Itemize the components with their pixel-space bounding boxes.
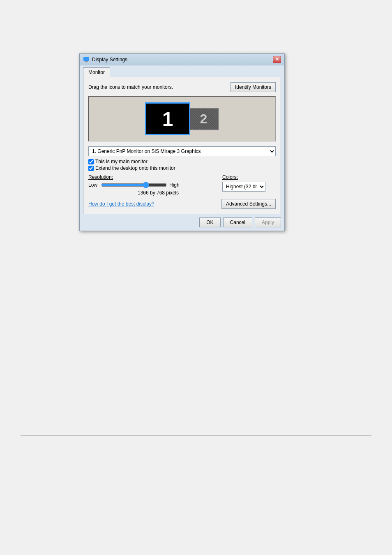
- monitor-2[interactable]: 2: [188, 108, 219, 130]
- title-bar: Display Settings ✕: [80, 54, 284, 65]
- settings-row: Resolution: Low High 1366 by 768 pixels …: [88, 174, 276, 196]
- help-link[interactable]: How do I get the best display?: [88, 201, 154, 207]
- colors-label: Colors:: [222, 174, 276, 180]
- monitor-dropdown-row: 1. Generic PnP Monitor on SiS Mirage 3 G…: [88, 146, 276, 156]
- monitor-1-number: 1: [162, 108, 173, 130]
- cancel-button[interactable]: Cancel: [223, 217, 252, 227]
- slider-row: Low High: [88, 182, 216, 188]
- horizontal-divider: [21, 435, 371, 436]
- identify-row: Drag the icons to match your monitors. I…: [88, 82, 276, 92]
- high-label: High: [169, 182, 180, 188]
- tab-monitor[interactable]: Monitor: [83, 67, 110, 77]
- display-settings-dialog: Display Settings ✕ Monitor Drag the icon…: [79, 53, 285, 231]
- tab-bar: Monitor: [80, 65, 284, 77]
- monitor-1[interactable]: 1: [145, 102, 190, 135]
- advanced-settings-button[interactable]: Advanced Settings...: [221, 199, 276, 209]
- apply-button[interactable]: Apply: [255, 217, 281, 227]
- monitor-select[interactable]: 1. Generic PnP Monitor on SiS Mirage 3 G…: [88, 146, 276, 156]
- colors-select-row: Highest (32 bit)True Color (32 bit)High …: [222, 182, 276, 192]
- dialog-title: Display Settings: [92, 57, 127, 62]
- main-monitor-label: This is my main monitor: [95, 159, 148, 164]
- colors-label-text: Colors:: [222, 174, 238, 180]
- extend-desktop-checkbox-row: Extend the desktop onto this monitor: [88, 165, 276, 171]
- svg-rect-1: [85, 61, 88, 62]
- colors-dropdown[interactable]: Highest (32 bit)True Color (32 bit)High …: [222, 182, 265, 192]
- main-monitor-checkbox-row: This is my main monitor: [88, 159, 276, 164]
- ok-button[interactable]: OK: [199, 217, 220, 227]
- link-advanced-row: How do I get the best display? Advanced …: [88, 199, 276, 209]
- resolution-label: Resolution:: [88, 174, 216, 180]
- monitors-area: 1 2: [88, 96, 276, 141]
- resolution-section: Resolution: Low High 1366 by 768 pixels: [88, 174, 216, 196]
- svg-rect-2: [85, 62, 88, 62]
- low-label: Low: [88, 182, 99, 188]
- title-bar-left: Display Settings: [83, 56, 127, 63]
- tab-content: Drag the icons to match your monitors. I…: [83, 77, 281, 214]
- resolution-label-text: Resolution:: [88, 174, 113, 180]
- extend-desktop-checkbox[interactable]: [88, 166, 94, 171]
- close-button[interactable]: ✕: [273, 56, 281, 63]
- main-monitor-checkbox[interactable]: [88, 159, 94, 164]
- svg-rect-0: [83, 57, 89, 61]
- identify-monitors-button[interactable]: Identify Monitors: [231, 82, 276, 92]
- colors-section: Colors: Highest (32 bit)True Color (32 b…: [222, 174, 276, 192]
- drag-instruction-text: Drag the icons to match your monitors.: [88, 84, 173, 90]
- display-icon: [83, 56, 90, 63]
- bottom-button-row: OK Cancel Apply: [80, 214, 284, 231]
- monitor-2-number: 2: [200, 111, 208, 127]
- resolution-value: 1366 by 768 pixels: [101, 190, 216, 196]
- extend-desktop-label: Extend the desktop onto this monitor: [95, 165, 175, 171]
- resolution-slider[interactable]: [101, 182, 167, 188]
